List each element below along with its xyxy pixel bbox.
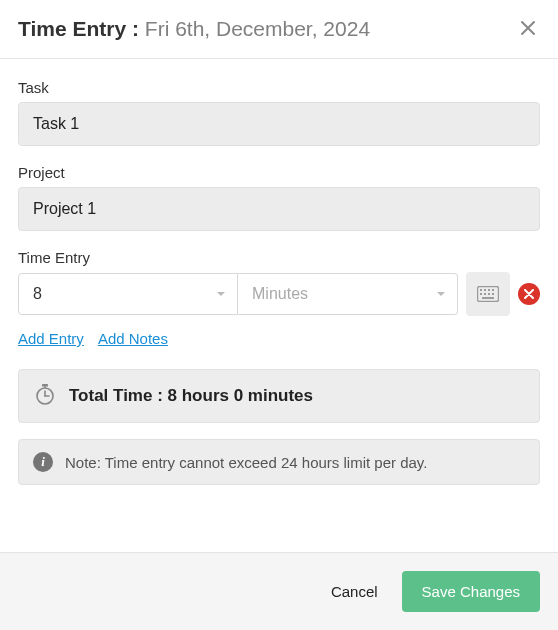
svg-rect-2: [484, 289, 486, 291]
note-text: Note: Time entry cannot exceed 24 hours …: [65, 454, 427, 471]
stopwatch-icon: [33, 382, 57, 410]
dialog-title-wrap: Time Entry : Fri 6th, December, 2024: [18, 17, 370, 41]
note-box: i Note: Time entry cannot exceed 24 hour…: [18, 439, 540, 485]
time-entry-row: 8 Minutes: [18, 272, 540, 316]
entry-links: Add Entry Add Notes: [18, 330, 540, 347]
dialog-date: Fri 6th, December, 2024: [145, 17, 370, 40]
total-time-box: Total Time : 8 hours 0 minutes: [18, 369, 540, 423]
project-field: Project Project 1: [18, 164, 540, 231]
svg-rect-7: [488, 293, 490, 295]
add-entry-link[interactable]: Add Entry: [18, 330, 84, 347]
svg-rect-1: [480, 289, 482, 291]
hours-value: 8: [18, 273, 238, 315]
save-button[interactable]: Save Changes: [402, 571, 540, 612]
remove-entry-icon[interactable]: [518, 283, 540, 305]
svg-rect-8: [492, 293, 494, 295]
project-value: Project 1: [18, 187, 540, 231]
project-label: Project: [18, 164, 540, 181]
dialog-footer: Cancel Save Changes: [0, 552, 558, 630]
minutes-placeholder: Minutes: [238, 273, 458, 315]
svg-rect-6: [484, 293, 486, 295]
add-notes-link[interactable]: Add Notes: [98, 330, 168, 347]
hours-select[interactable]: 8: [18, 273, 238, 315]
svg-rect-4: [492, 289, 494, 291]
time-entry-field: Time Entry 8 Minutes: [18, 249, 540, 347]
dialog-body: Task Task 1 Project Project 1 Time Entry…: [0, 59, 558, 485]
task-value: Task 1: [18, 102, 540, 146]
svg-rect-9: [482, 297, 494, 299]
task-label: Task: [18, 79, 540, 96]
svg-rect-3: [488, 289, 490, 291]
svg-rect-5: [480, 293, 482, 295]
task-field: Task Task 1: [18, 79, 540, 146]
dialog-title: Time Entry :: [18, 17, 145, 40]
info-icon: i: [33, 452, 53, 472]
close-icon[interactable]: [516, 16, 540, 42]
keyboard-icon[interactable]: [466, 272, 510, 316]
cancel-button[interactable]: Cancel: [323, 573, 386, 610]
total-time-text: Total Time : 8 hours 0 minutes: [69, 386, 313, 406]
time-entry-label: Time Entry: [18, 249, 540, 266]
minutes-select[interactable]: Minutes: [238, 273, 458, 315]
dialog-header: Time Entry : Fri 6th, December, 2024: [0, 0, 558, 59]
